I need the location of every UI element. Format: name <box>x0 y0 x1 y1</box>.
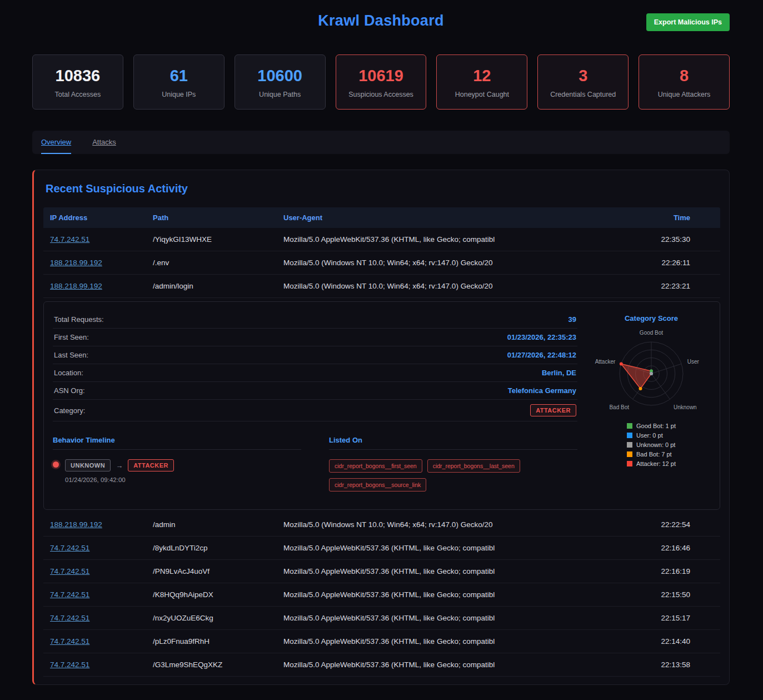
detail-field-label: ASN Org: <box>54 386 85 395</box>
ip-link[interactable]: 74.7.242.51 <box>50 590 89 599</box>
column-header-ip-address: IP Address <box>50 214 153 222</box>
legend-label: Good Bot: 1 pt <box>636 423 676 429</box>
detail-field-label: Category: <box>54 406 85 415</box>
user-agent-cell: Mozilla/5.0 (Windows NT 10.0; Win64; x64… <box>283 282 630 290</box>
tab-overview[interactable]: Overview <box>41 131 71 154</box>
ip-link[interactable]: 188.218.99.192 <box>50 259 102 267</box>
table-row[interactable]: 74.7.242.51/PN9LvAcJ4uoVfMozilla/5.0 App… <box>43 560 720 583</box>
stat-card-total-accesses: 10836Total Accesses <box>32 54 123 110</box>
user-agent-cell: Mozilla/5.0 AppleWebKit/537.36 (KHTML, l… <box>283 544 630 552</box>
table-row[interactable]: 74.7.242.51/YiqykGI13WHXEMozilla/5.0 App… <box>43 228 720 251</box>
detail-subsections: Behavior Timeline UNKNOWN → ATTACKER 01/… <box>53 436 577 497</box>
ip-cell: 188.218.99.192 <box>50 520 153 529</box>
ip-link[interactable]: 74.7.242.51 <box>50 544 89 552</box>
radar-data-point <box>620 362 623 365</box>
detail-field: ASN Org:Telefonica Germany <box>53 382 577 400</box>
category-badge: ATTACKER <box>530 404 576 416</box>
path-cell: /G3Lme9ShEQgXKZ <box>153 661 283 669</box>
table-row[interactable]: 74.7.242.51/8ykdLnDYTi2cpMozilla/5.0 App… <box>43 537 720 560</box>
detail-field: Category:ATTACKER <box>53 400 577 421</box>
time-cell: 22:15:17 <box>630 614 714 622</box>
stat-card-credentials-captured: 3Credentials Captured <box>537 54 629 110</box>
stat-label: Unique Paths <box>238 91 322 98</box>
ip-link[interactable]: 74.7.242.51 <box>50 637 89 646</box>
category-score-section: Category Score Good BotUserUnknownBad Bo… <box>592 311 711 497</box>
legend-swatch <box>627 442 632 448</box>
table-row[interactable]: 188.218.99.192/adminMozilla/5.0 (Windows… <box>43 513 720 537</box>
stat-card-unique-paths: 10600Unique Paths <box>235 54 326 110</box>
time-cell: 22:13:58 <box>630 661 714 669</box>
radar-axis-label: Good Bot <box>640 330 663 336</box>
path-cell: /8ykdLnDYTi2cp <box>153 544 283 552</box>
user-agent-cell: Mozilla/5.0 AppleWebKit/537.36 (KHTML, l… <box>283 567 630 575</box>
time-cell: 22:22:54 <box>630 520 714 529</box>
legend-item: User: 0 pt <box>627 432 676 439</box>
listed-on-badge[interactable]: cidr_report_bogons__first_seen <box>329 459 422 473</box>
path-cell: /.env <box>153 259 283 267</box>
ip-link[interactable]: 188.218.99.192 <box>50 520 102 529</box>
legend-item: Unknown: 0 pt <box>627 441 676 448</box>
export-malicious-ips-button[interactable]: Export Malicious IPs <box>646 13 730 31</box>
radar-data-point <box>639 387 642 390</box>
user-agent-cell: Mozilla/5.0 AppleWebKit/537.36 (KHTML, l… <box>283 614 630 622</box>
page-title: Krawl Dashboard <box>318 12 444 29</box>
radar-axis-label: Unknown <box>674 404 697 410</box>
detail-field-value: Berlin, DE <box>542 369 576 377</box>
table-row[interactable]: 74.7.242.51/pLz0Fnua9fRhHMozilla/5.0 App… <box>43 630 720 653</box>
user-agent-cell: Mozilla/5.0 AppleWebKit/537.36 (KHTML, l… <box>283 590 630 599</box>
time-cell: 22:35:30 <box>630 235 714 244</box>
path-cell: /nx2yUOZuE6Ckg <box>153 614 283 622</box>
ip-cell: 74.7.242.51 <box>50 614 153 622</box>
stat-label: Suspicious Accesses <box>340 91 423 98</box>
ip-link[interactable]: 74.7.242.51 <box>50 235 89 244</box>
stat-card-honeypot-caught: 12Honeypot Caught <box>436 54 527 110</box>
timeline-content: UNKNOWN → ATTACKER 01/24/2026, 09:42:00 <box>65 459 174 483</box>
detail-field-value: 39 <box>568 315 576 324</box>
path-cell: /YiqykGI13WHXE <box>153 235 283 244</box>
legend-label: Unknown: 0 pt <box>636 441 675 448</box>
listed-on-badges: cidr_report_bogons__first_seencidr_repor… <box>329 459 577 497</box>
user-agent-cell: Mozilla/5.0 (Windows NT 10.0; Win64; x64… <box>283 259 630 267</box>
legend-item: Attacker: 12 pt <box>627 460 676 467</box>
table-row[interactable]: 188.218.99.192/.envMozilla/5.0 (Windows … <box>43 251 720 275</box>
radar-axis-label: User <box>687 359 700 365</box>
listed-on-badge[interactable]: cidr_report_bogons__source_link <box>329 478 426 492</box>
time-cell: 22:26:11 <box>630 259 714 267</box>
ip-link[interactable]: 74.7.242.51 <box>50 614 89 622</box>
user-agent-cell: Mozilla/5.0 AppleWebKit/537.36 (KHTML, l… <box>283 637 630 646</box>
panel-title: Recent Suspicious Activity <box>46 182 720 195</box>
table-row[interactable]: 74.7.242.51/K8HQq9hAipeDXMozilla/5.0 App… <box>43 583 720 607</box>
timeline-timestamp: 01/24/2026, 09:42:00 <box>65 476 174 483</box>
stat-value: 3 <box>541 67 625 85</box>
ip-cell: 74.7.242.51 <box>50 637 153 646</box>
radar-legend: Good Bot: 1 ptUser: 0 ptUnknown: 0 ptBad… <box>627 423 676 467</box>
ip-link[interactable]: 74.7.242.51 <box>50 567 89 575</box>
ip-link[interactable]: 188.218.99.192 <box>50 282 102 290</box>
path-cell: /admin/login <box>153 282 283 290</box>
detail-field-value: Telefonica Germany <box>508 386 576 395</box>
time-cell: 22:23:21 <box>630 282 714 290</box>
time-cell: 22:16:46 <box>630 544 714 552</box>
ip-cell: 74.7.242.51 <box>50 567 153 575</box>
stat-value: 61 <box>137 67 221 85</box>
stat-value: 12 <box>440 67 523 85</box>
legend-swatch <box>627 433 632 438</box>
column-header-user-agent: User-Agent <box>283 214 630 222</box>
tab-attacks[interactable]: Attacks <box>92 131 116 154</box>
path-cell: /K8HQq9hAipeDX <box>153 590 283 599</box>
table-row[interactable]: 74.7.242.51/nx2yUOZuE6CkgMozilla/5.0 App… <box>43 607 720 630</box>
detail-field-value: 01/23/2026, 22:35:23 <box>507 333 576 341</box>
table-row[interactable]: 188.218.99.192/admin/loginMozilla/5.0 (W… <box>43 275 720 298</box>
column-header-path: Path <box>153 214 283 222</box>
behavior-timeline-section: Behavior Timeline UNKNOWN → ATTACKER 01/… <box>53 436 301 497</box>
table-row[interactable]: 74.7.242.51/G3Lme9ShEQgXKZMozilla/5.0 Ap… <box>43 653 720 677</box>
table-header-row: IP AddressPathUser-AgentTime <box>43 207 720 228</box>
stat-value: 10836 <box>36 67 119 85</box>
behavior-timeline-title: Behavior Timeline <box>53 436 301 450</box>
listed-on-badge[interactable]: cidr_report_bogons__last_seen <box>427 459 520 473</box>
ip-link[interactable]: 74.7.242.51 <box>50 661 89 669</box>
ip-cell: 74.7.242.51 <box>50 661 153 669</box>
radar-spoke <box>651 364 681 374</box>
legend-item: Good Bot: 1 pt <box>627 423 676 429</box>
timeline-to-badge: ATTACKER <box>128 459 174 471</box>
